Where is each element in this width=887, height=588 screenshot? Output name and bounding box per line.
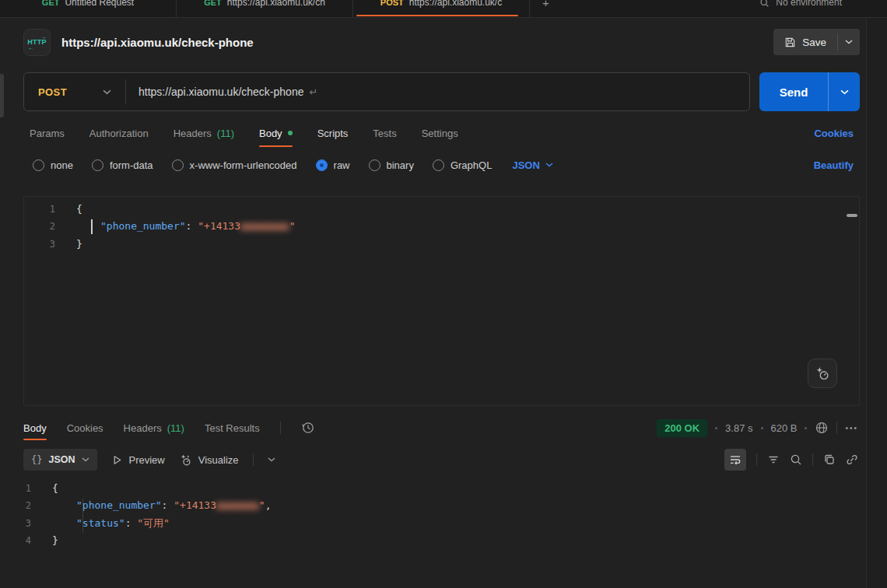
- visualize-options-button[interactable]: [268, 457, 275, 462]
- copy-response-button[interactable]: [823, 453, 836, 466]
- body-mode-row: none form-data x-www-form-urlencoded raw…: [0, 149, 866, 181]
- response-tab-cookies[interactable]: Cookies: [67, 414, 103, 442]
- link-icon: [846, 453, 858, 466]
- chevron-down-icon: [82, 457, 89, 462]
- chevron-down-icon: [268, 457, 275, 462]
- http-request-icon: → HTTP ←: [23, 29, 51, 56]
- mode-none[interactable]: none: [33, 159, 73, 171]
- method-badge: POST: [380, 0, 404, 7]
- mode-form-data[interactable]: form-data: [92, 159, 153, 171]
- tab-label: https://api.xiaomu.uk/c: [409, 0, 502, 8]
- response-history-button[interactable]: [301, 414, 315, 442]
- request-title: https://api.xiaomu.uk/check-phone: [61, 36, 773, 49]
- raw-format-selector[interactable]: JSON: [512, 159, 552, 171]
- radio-icon: [433, 159, 444, 171]
- save-button[interactable]: Save: [773, 29, 837, 55]
- cookies-link[interactable]: Cookies: [814, 128, 854, 139]
- environment-selector[interactable]: No environment: [759, 0, 842, 8]
- globe-icon: [815, 421, 829, 435]
- method-badge: GET: [42, 0, 60, 7]
- save-label: Save: [802, 37, 826, 48]
- response-format-selector[interactable]: {} JSON: [23, 449, 97, 471]
- tab-headers[interactable]: Headers (11): [174, 117, 234, 149]
- url-row: POST https://api.xiaomu.uk/check-phone ↵…: [0, 66, 866, 117]
- response-tab-headers[interactable]: Headers (11): [124, 414, 184, 442]
- code-line: 3 }: [24, 236, 859, 253]
- code-line: 3 "status": "可用": [0, 515, 866, 532]
- send-button-group: Send: [759, 72, 860, 111]
- line-number: 2: [0, 497, 31, 514]
- copy-icon: [823, 453, 836, 466]
- response-tab-test-results[interactable]: Test Results: [205, 414, 260, 442]
- redacted-value: ●●●●●●●●: [240, 220, 289, 232]
- request-panel: → HTTP ← https://api.xiaomu.uk/check-pho…: [0, 18, 866, 588]
- request-body-editor[interactable]: 1 { 2 "phone_number": "+14133●●●●●●●●" 3…: [23, 196, 860, 406]
- filter-button[interactable]: [767, 453, 780, 466]
- code-line: 2 "phone_number": "+14133●●●●●●●●": [24, 218, 859, 235]
- right-sidebar-rail: [866, 18, 887, 588]
- tab-body[interactable]: Body: [259, 117, 293, 149]
- tab-scripts[interactable]: Scripts: [317, 117, 349, 149]
- body-modified-dot: [288, 131, 293, 135]
- postman-app-window: GET Untitled Request GET https://api.xia…: [0, 0, 887, 588]
- tab-label: Untitled Request: [65, 0, 134, 8]
- tab-params[interactable]: Params: [30, 117, 65, 149]
- request-tab-2[interactable]: GET https://api.xiaomu.uk/ch: [177, 0, 353, 18]
- word-wrap-icon: [729, 453, 742, 466]
- headers-count: (11): [217, 128, 234, 139]
- mode-graphql[interactable]: GraphQL: [433, 159, 492, 171]
- text-cursor: [91, 219, 93, 234]
- mode-binary[interactable]: binary: [369, 159, 414, 171]
- send-button[interactable]: Send: [759, 72, 828, 111]
- line-number: 3: [24, 236, 55, 253]
- response-header: Body Cookies Headers (11) Test Results: [0, 414, 866, 442]
- response-size[interactable]: 620 B: [771, 422, 798, 434]
- environment-label: No environment: [776, 0, 842, 8]
- more-actions-button[interactable]: •••: [845, 424, 858, 432]
- code-line: 1 {: [0, 480, 866, 497]
- send-options-button[interactable]: [828, 72, 860, 111]
- save-options-button[interactable]: [838, 29, 860, 55]
- request-header: → HTTP ← https://api.xiaomu.uk/check-pho…: [0, 18, 866, 66]
- line-number: 4: [0, 532, 31, 549]
- response-time[interactable]: 3.87 s: [725, 422, 752, 434]
- tab-authorization[interactable]: Authorization: [89, 117, 149, 149]
- save-button-group: Save: [773, 29, 860, 55]
- beautify-link[interactable]: Beautify: [814, 159, 854, 171]
- preview-button[interactable]: Preview: [111, 454, 165, 466]
- response-toolbar: {} JSON Preview V: [0, 446, 866, 473]
- response-tab-body[interactable]: Body: [23, 414, 47, 442]
- search-icon: [759, 0, 770, 8]
- status-badge[interactable]: 200 OK: [657, 419, 707, 437]
- filter-icon: [767, 453, 780, 466]
- response-meta: 200 OK 3.87 s 620 B •••: [657, 414, 858, 442]
- url-bar: POST https://api.xiaomu.uk/check-phone ↵: [23, 72, 750, 111]
- history-clock-icon: [301, 421, 315, 435]
- tab-settings[interactable]: Settings: [422, 117, 458, 149]
- redacted-value: ●●●●●●●: [216, 499, 259, 511]
- url-input[interactable]: https://api.xiaomu.uk/check-phone ↵: [126, 73, 317, 110]
- active-tab-underline: [356, 15, 518, 17]
- method-selector[interactable]: POST: [24, 73, 125, 110]
- radio-icon: [33, 159, 44, 171]
- tab-label: https://api.xiaomu.uk/ch: [227, 0, 325, 8]
- mode-x-www-form-urlencoded[interactable]: x-www-form-urlencoded: [172, 159, 297, 171]
- editor-scrollbar-thumb[interactable]: [847, 214, 857, 217]
- line-number: 3: [0, 515, 31, 532]
- indent-guide: [82, 499, 83, 533]
- response-body-viewer[interactable]: 1 { 2 "phone_number": "+14133●●●●●●●", 3…: [0, 477, 866, 550]
- search-response-button[interactable]: [790, 453, 802, 466]
- request-tab-untitled[interactable]: GET Untitled Request: [0, 0, 177, 18]
- visualize-button[interactable]: Visualize: [179, 453, 239, 467]
- tab-tests[interactable]: Tests: [373, 117, 396, 149]
- postbot-button[interactable]: [808, 359, 837, 388]
- chevron-down-icon: [845, 40, 853, 44]
- copy-link-button[interactable]: [846, 453, 858, 466]
- network-info-button[interactable]: [815, 421, 829, 435]
- new-tab-button[interactable]: +: [530, 0, 562, 9]
- mode-raw[interactable]: raw: [316, 159, 350, 171]
- response-tool-icons: [724, 449, 858, 471]
- braces-icon: {}: [31, 454, 42, 465]
- method-label: POST: [38, 86, 67, 98]
- wrap-text-button[interactable]: [724, 449, 746, 471]
